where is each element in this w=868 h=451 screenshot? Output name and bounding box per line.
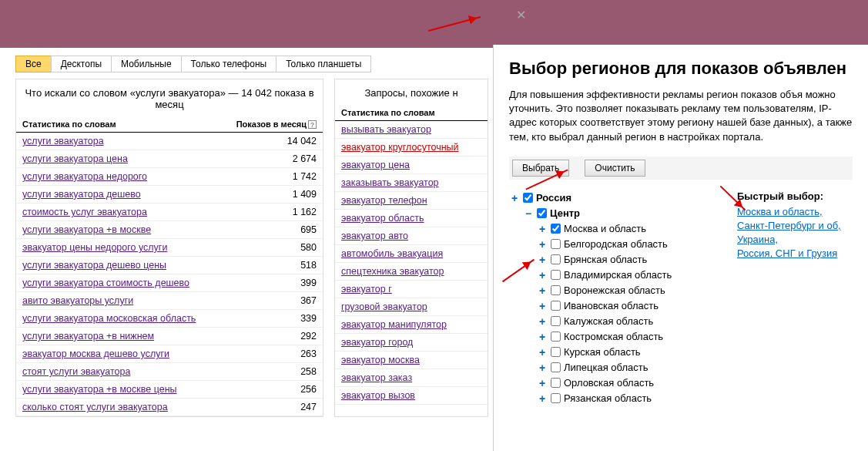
tree-node[interactable]: +Москва и область: [509, 221, 737, 237]
keyword-link[interactable]: эвакуатор авто: [341, 231, 481, 241]
expand-icon[interactable]: +: [537, 254, 548, 266]
tab-phones[interactable]: Только телефоны: [181, 56, 277, 72]
expand-icon[interactable]: +: [537, 392, 548, 405]
tree-node-russia[interactable]: + Россия: [509, 190, 737, 206]
keyword-link[interactable]: услуги эвакуатора +в москве: [22, 224, 270, 235]
expand-icon[interactable]: +: [537, 300, 548, 312]
keyword-link[interactable]: стоят услуги эвакуатора: [22, 366, 270, 377]
table-row: стоят услуги эвакуатора258: [16, 363, 323, 381]
keyword-link[interactable]: эвакуатор манипулятор: [341, 319, 481, 330]
help-icon[interactable]: ?: [308, 120, 317, 129]
expand-icon[interactable]: +: [537, 269, 548, 281]
keyword-link[interactable]: эвакуатор цена: [341, 160, 481, 170]
tree-node[interactable]: +Владимирская область: [509, 268, 737, 283]
keyword-link[interactable]: услуги эвакуатора цена: [22, 153, 270, 164]
expand-icon[interactable]: +: [509, 192, 520, 204]
keyword-link[interactable]: услуги эвакуатора стоимость дешево: [22, 278, 270, 288]
table-row: эвакуатор г: [335, 281, 488, 298]
keyword-link[interactable]: услуги эвакуатора +в москве цены: [22, 384, 270, 395]
right-column: Запросы, похожие н Статистика по словам …: [334, 79, 488, 417]
quick-link[interactable]: Украина,: [737, 233, 853, 247]
tab-mobile[interactable]: Мобильные: [111, 56, 182, 72]
keyword-link[interactable]: эвакуатор вызов: [341, 390, 481, 401]
quick-link[interactable]: Россия, СНГ и Грузия: [737, 247, 853, 261]
keyword-link[interactable]: спецтехника эвакуатор: [341, 266, 481, 277]
region-checkbox[interactable]: [551, 362, 561, 372]
expand-icon[interactable]: +: [537, 346, 548, 358]
keyword-link[interactable]: эвакуатор город: [341, 337, 481, 348]
keyword-link[interactable]: эвакуатор цены недорого услуги: [22, 242, 270, 253]
keyword-link[interactable]: эвакуатор г: [341, 284, 481, 294]
region-checkbox[interactable]: [551, 270, 561, 280]
region-checkbox[interactable]: [551, 301, 561, 311]
count-value: 695: [270, 224, 317, 235]
checkbox-center[interactable]: [537, 208, 547, 218]
region-checkbox[interactable]: [551, 347, 561, 357]
tree-node[interactable]: +Рязанская область: [509, 391, 737, 406]
keyword-link[interactable]: эвакуатор телефон: [341, 195, 481, 206]
table-row: услуги эвакуатора +в москве695: [16, 221, 323, 239]
table-row: эвакуатор москва: [335, 352, 488, 369]
keyword-link[interactable]: стоимость услуг эвакуатора: [22, 207, 270, 217]
keyword-link[interactable]: услуги эвакуатора дешево цены: [22, 260, 270, 271]
table-row: услуги эвакуатора московская область339: [16, 310, 323, 328]
tree-node[interactable]: +Курская область: [509, 345, 737, 360]
table-row: услуги эвакуатора дешево1 409: [16, 186, 323, 204]
keyword-link[interactable]: услуги эвакуатора +в нижнем: [22, 331, 270, 342]
quick-link[interactable]: Санкт-Петербург и об,: [737, 219, 853, 233]
tab-tablets[interactable]: Только планшеты: [276, 56, 371, 72]
region-checkbox[interactable]: [551, 378, 561, 388]
keyword-link[interactable]: услуги эвакуатора дешево: [22, 189, 270, 200]
expand-icon[interactable]: +: [537, 238, 548, 251]
keyword-link[interactable]: эвакуатор москва дешево услуги: [22, 348, 270, 359]
tree-node[interactable]: +Брянская область: [509, 252, 737, 268]
tree-node[interactable]: +Липецкая область: [509, 360, 737, 375]
keyword-link[interactable]: эвакуатор заказ: [341, 372, 481, 383]
region-label: Костромская область: [564, 331, 663, 342]
keyword-link[interactable]: эвакуатор область: [341, 213, 481, 224]
expand-icon[interactable]: +: [537, 331, 548, 343]
keyword-link[interactable]: грузовой эвакуатор: [341, 301, 481, 312]
clear-icon[interactable]: ✕: [516, 8, 526, 22]
top-bar: ✕ Подобрать По словам По регионам Истори…: [0, 0, 868, 48]
collapse-icon[interactable]: −: [523, 207, 534, 220]
region-checkbox[interactable]: [551, 239, 561, 249]
expand-icon[interactable]: +: [537, 223, 548, 235]
tree-node[interactable]: +Ивановская область: [509, 298, 737, 314]
expand-icon[interactable]: +: [537, 284, 548, 297]
region-checkbox[interactable]: [551, 254, 561, 264]
tree-node[interactable]: +Воронежская область: [509, 283, 737, 298]
table-row: стоимость услуг эвакуатора1 162: [16, 204, 323, 221]
expand-icon[interactable]: +: [537, 377, 548, 389]
keyword-link[interactable]: услуги эвакуатора: [22, 136, 270, 146]
count-value: 1 742: [270, 171, 317, 182]
tree-node[interactable]: +Белгородская область: [509, 237, 737, 252]
keyword-link[interactable]: услуги эвакуатора недорого: [22, 171, 270, 182]
tree-node[interactable]: +Орловская область: [509, 375, 737, 391]
region-checkbox[interactable]: [551, 285, 561, 295]
region-checkbox[interactable]: [551, 393, 561, 403]
tree-node[interactable]: +Калужская область: [509, 314, 737, 329]
keyword-link[interactable]: эвакуатор москва: [341, 355, 481, 365]
region-checkbox[interactable]: [551, 316, 561, 326]
expand-icon[interactable]: +: [537, 315, 548, 328]
keyword-link[interactable]: автомобиль эвакуация: [341, 248, 481, 259]
tree-node-center[interactable]: − Центр: [509, 206, 737, 221]
region-checkbox[interactable]: [551, 224, 561, 234]
checkbox-russia[interactable]: [523, 193, 533, 203]
table-row: эвакуатор круглосуточный: [335, 139, 488, 157]
region-checkbox[interactable]: [551, 332, 561, 342]
tab-all[interactable]: Все: [15, 56, 52, 72]
keyword-link[interactable]: авито эвакуаторы услуги: [22, 295, 270, 306]
keyword-link[interactable]: сколько стоят услуги эвакуатора: [22, 402, 270, 412]
tab-desktops[interactable]: Десктопы: [51, 56, 112, 72]
tree-node[interactable]: +Костромская область: [509, 329, 737, 345]
col-head-stat: Статистика по словам: [341, 108, 481, 117]
quick-link[interactable]: Москва и область,: [737, 205, 853, 219]
keyword-link[interactable]: вызывать эвакуатор: [341, 124, 481, 135]
expand-icon[interactable]: +: [537, 362, 548, 374]
clear-button[interactable]: Очистить: [585, 160, 645, 177]
keyword-link[interactable]: услуги эвакуатора московская область: [22, 313, 270, 324]
keyword-link[interactable]: эвакуатор круглосуточный: [341, 142, 481, 153]
keyword-link[interactable]: заказывать эвакуатор: [341, 177, 481, 188]
